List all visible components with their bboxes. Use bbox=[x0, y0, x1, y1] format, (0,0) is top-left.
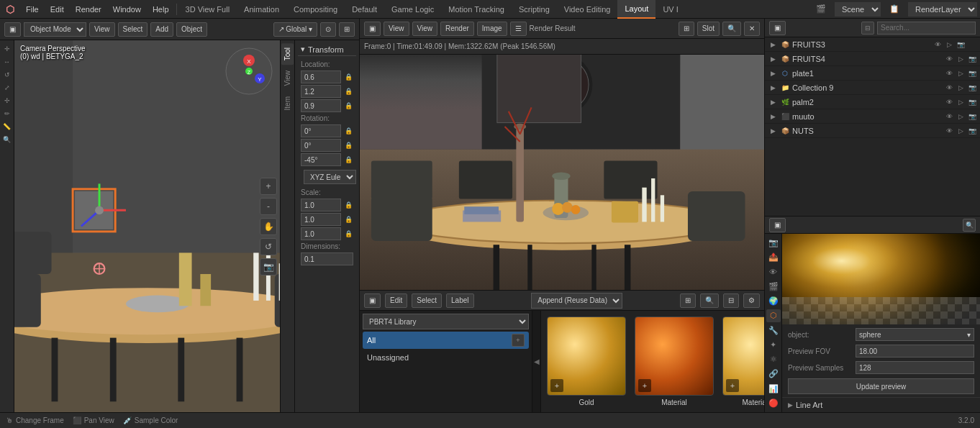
select-btn[interactable]: Select bbox=[118, 22, 148, 37]
asset-add-icon-material[interactable]: + bbox=[638, 379, 651, 392]
rotation-y-lock[interactable]: 🔒 bbox=[343, 140, 353, 150]
outliner-row-plate1[interactable]: ▶ ⬡ plate1 👁 ▷ 📷 bbox=[765, 66, 980, 81]
outliner-row-muuto[interactable]: ▶ ⬛ muuto 👁 ▷ 📷 bbox=[765, 109, 980, 124]
object-btn[interactable]: Object bbox=[176, 22, 207, 37]
asset-select-btn[interactable]: Select bbox=[412, 293, 442, 308]
props-search-icon[interactable]: 🔍 bbox=[963, 219, 976, 232]
asset-label-btn[interactable]: Label bbox=[446, 293, 473, 308]
view-btn[interactable]: View bbox=[89, 22, 115, 37]
render-viewport[interactable] bbox=[360, 55, 764, 290]
menu-edit[interactable]: Edit bbox=[45, 0, 70, 19]
sidebar-tab-item[interactable]: Item bbox=[281, 92, 294, 114]
tab-scripting[interactable]: Scripting bbox=[512, 0, 557, 19]
tool-scale[interactable]: ⤢ bbox=[1, 82, 13, 94]
prop-object-icon[interactable]: ⬡ bbox=[766, 309, 781, 322]
sidebar-tab-tool[interactable]: Tool bbox=[281, 43, 294, 65]
outliner-editor-type[interactable]: ▣ bbox=[769, 21, 786, 35]
prop-view-icon[interactable]: 👁 bbox=[766, 266, 781, 278]
sel-palm2[interactable]: ▷ bbox=[956, 97, 966, 107]
tab-game-logic[interactable]: Game Logic bbox=[384, 0, 441, 19]
ren-palm2[interactable]: 📷 bbox=[967, 97, 977, 107]
prop-physics-icon[interactable]: ⚛ bbox=[766, 353, 781, 365]
expand-collection9[interactable]: ▶ bbox=[768, 83, 778, 93]
location-z-field[interactable]: 0.9 bbox=[301, 99, 341, 112]
render-image-btn[interactable]: Image bbox=[477, 22, 507, 36]
tool-cursor[interactable]: ✛ bbox=[1, 43, 13, 55]
sel-nuts[interactable]: ▷ bbox=[956, 126, 966, 136]
rotation-z-lock[interactable]: 🔒 bbox=[343, 155, 353, 165]
location-x-lock[interactable]: 🔒 bbox=[343, 72, 353, 82]
renderlayer-select-icon[interactable]: 📋 bbox=[884, 0, 905, 19]
render-editor-type[interactable]: ▣ bbox=[364, 22, 381, 36]
tool-transform[interactable]: ✢ bbox=[1, 95, 13, 106]
scale-y-lock[interactable]: 🔒 bbox=[343, 214, 353, 224]
render-search-icon[interactable]: 🔍 bbox=[722, 22, 741, 36]
render-view2-btn[interactable]: View bbox=[412, 22, 438, 36]
sidebar-collapse-handle[interactable]: ◀ bbox=[532, 311, 541, 412]
vis-fruits4[interactable]: 👁 bbox=[944, 54, 954, 64]
expand-muuto[interactable]: ▶ bbox=[768, 111, 778, 122]
menu-window[interactable]: Window bbox=[107, 0, 147, 19]
asset-add-icon-material001[interactable]: + bbox=[726, 379, 739, 392]
zoom-out-icon[interactable]: - bbox=[260, 198, 277, 215]
asset-item-material001[interactable]: + Material.001 bbox=[722, 317, 764, 406]
tab-motion-tracking[interactable]: Motion Tracking bbox=[441, 0, 512, 19]
menu-file[interactable]: File bbox=[20, 0, 45, 19]
asset-item-material[interactable]: + Material bbox=[635, 317, 714, 406]
sel-collection9[interactable]: ▷ bbox=[956, 83, 966, 93]
menu-help[interactable]: Help bbox=[147, 0, 175, 19]
props-editor-type[interactable]: ▣ bbox=[769, 218, 786, 232]
asset-edit-btn[interactable]: Edit bbox=[385, 293, 407, 308]
scale-z-field[interactable]: 1.0 bbox=[301, 227, 341, 240]
tool-annotate[interactable]: ✏ bbox=[1, 108, 13, 119]
sel-plate1[interactable]: ▷ bbox=[956, 68, 966, 78]
editor-type-btn[interactable]: ▣ bbox=[4, 22, 21, 37]
outliner-row-fruits3[interactable]: ▶ 📦 FRUITS3 👁 ▷ 📷 bbox=[765, 37, 980, 52]
menu-render[interactable]: Render bbox=[70, 0, 107, 19]
prop-render-icon[interactable]: 📷 bbox=[766, 237, 781, 249]
expand-fruits4[interactable]: ▶ bbox=[768, 54, 778, 64]
snapping-btn[interactable]: ⊞ bbox=[339, 22, 355, 37]
outliner-filter-icon[interactable]: ⊟ bbox=[861, 22, 874, 35]
line-art-expand[interactable]: ▶ bbox=[788, 401, 793, 409]
rotation-mode-select[interactable]: XYZ Euler bbox=[304, 170, 356, 184]
ren-fruits3[interactable]: 📷 bbox=[956, 40, 966, 50]
tool-measure[interactable]: 📏 bbox=[1, 121, 13, 132]
sel-muuto[interactable]: ▷ bbox=[956, 111, 966, 122]
zoom-in-icon[interactable]: + bbox=[260, 178, 277, 195]
render-view-btn[interactable]: View bbox=[384, 22, 409, 36]
3d-viewport[interactable]: Camera Perspective (0) wd | BETYGA_2 X Y bbox=[14, 40, 280, 412]
asset-settings-icon[interactable]: ⚙ bbox=[743, 293, 760, 308]
tab-3d-view-full[interactable]: 3D View Full bbox=[178, 0, 237, 19]
expand-plate1[interactable]: ▶ bbox=[768, 68, 778, 78]
location-x-field[interactable]: 0.6 bbox=[301, 70, 341, 83]
pan-icon[interactable]: ✋ bbox=[260, 218, 277, 235]
scene-select-icon[interactable]: 🎬 bbox=[810, 0, 832, 19]
vis-muuto[interactable]: 👁 bbox=[944, 111, 954, 122]
tab-compositing[interactable]: Compositing bbox=[286, 0, 345, 19]
render-close-icon[interactable]: ✕ bbox=[744, 22, 760, 36]
prop-scene-icon[interactable]: 🎬 bbox=[766, 281, 781, 293]
tab-video-editing[interactable]: Video Editing bbox=[557, 0, 618, 19]
expand-nuts[interactable]: ▶ bbox=[768, 126, 778, 136]
update-preview-button[interactable]: Update preview bbox=[788, 378, 974, 394]
sel-fruits3[interactable]: ▷ bbox=[944, 40, 954, 50]
ren-collection9[interactable]: 📷 bbox=[967, 83, 977, 93]
tool-eyedropper[interactable]: 🔍 bbox=[1, 134, 13, 145]
filter-unassigned[interactable]: Unassigned bbox=[363, 351, 529, 364]
scale-x-field[interactable]: 1.0 bbox=[301, 199, 341, 211]
vis-palm2[interactable]: 👁 bbox=[944, 97, 954, 107]
tab-default[interactable]: Default bbox=[345, 0, 384, 19]
prop-particles-icon[interactable]: ✦ bbox=[766, 339, 781, 351]
rotation-x-lock[interactable]: 🔒 bbox=[343, 126, 353, 136]
prop-data-icon[interactable]: 📊 bbox=[766, 383, 781, 395]
expand-palm2[interactable]: ▶ bbox=[768, 97, 778, 107]
vis-collection9[interactable]: 👁 bbox=[944, 83, 954, 93]
asset-item-gold[interactable]: + Gold bbox=[547, 317, 626, 406]
ren-nuts[interactable]: 📷 bbox=[967, 126, 977, 136]
outliner-search[interactable] bbox=[877, 22, 976, 35]
vis-plate1[interactable]: 👁 bbox=[944, 68, 954, 78]
render-shading-icon[interactable]: ☰ bbox=[510, 22, 527, 36]
expand-fruits3[interactable]: ▶ bbox=[768, 40, 778, 50]
scale-x-lock[interactable]: 🔒 bbox=[343, 200, 353, 210]
